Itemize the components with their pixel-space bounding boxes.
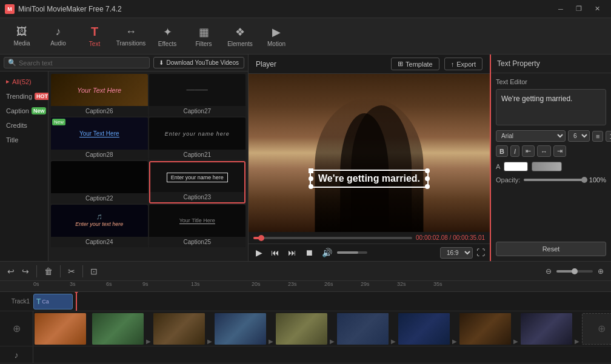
caption22-thumb[interactable]: Caption22 <box>51 161 148 204</box>
window-controls: ─ ❐ ✕ <box>552 0 606 18</box>
volume-area: 🔊 <box>319 247 367 259</box>
italic-button[interactable]: I <box>510 145 519 157</box>
category-caption[interactable]: Caption New <box>0 104 48 118</box>
zoom-thumb[interactable] <box>572 268 578 274</box>
stop-button[interactable]: ⏹ <box>302 247 316 259</box>
color-label-icon: A <box>496 163 500 170</box>
close-button[interactable]: ✕ <box>588 0 606 18</box>
video-placeholder: We're getting married. <box>249 74 490 232</box>
video-segment-1[interactable] <box>35 313 86 345</box>
export-button[interactable]: ↑ Export <box>444 58 482 70</box>
video-segment-7[interactable] <box>398 313 450 345</box>
list-style-button[interactable]: ≡ <box>592 131 603 142</box>
category-credits[interactable]: Credits <box>0 118 48 133</box>
time-current: 00:00:02.08 <box>416 234 448 241</box>
align-right-button[interactable]: ⇥ <box>553 145 566 157</box>
text-tool[interactable]: T Text <box>78 21 112 51</box>
caption23-thumb[interactable]: Enter your name here Caption23 <box>149 161 246 204</box>
handle-tl[interactable] <box>309 168 313 173</box>
align-left-button[interactable]: ⇤ <box>522 145 535 157</box>
aspect-ratio-select[interactable]: 16:9 9:16 1:1 4:3 <box>440 247 473 259</box>
media-tool[interactable]: 🖼 Media <box>5 21 39 51</box>
format-controls: B I ⇤ ↔ ⇥ <box>496 145 606 157</box>
progress-track[interactable] <box>253 237 412 239</box>
zoom-in-button[interactable]: ⊕ <box>595 266 606 277</box>
text-color-swatch[interactable] <box>504 162 528 171</box>
caption27-thumb[interactable]: ───── Caption27 <box>149 74 246 116</box>
text-clip[interactable]: T Ca <box>33 294 73 309</box>
effects-tool[interactable]: ✦ Effects <box>150 21 184 51</box>
next-frame-button[interactable]: ⏭ <box>285 247 299 259</box>
opacity-track[interactable] <box>524 179 584 181</box>
opacity-thumb[interactable] <box>581 177 587 183</box>
align-center-button[interactable]: ↔ <box>537 145 551 157</box>
crop-button[interactable]: ⊡ <box>88 265 100 277</box>
line-num-button[interactable]: 1 <box>606 131 611 142</box>
caption27-label: Caption27 <box>149 106 246 116</box>
filters-tool[interactable]: ▦ Filters <box>187 21 221 51</box>
color-controls: A <box>496 162 606 171</box>
volume-button[interactable]: 🔊 <box>319 247 335 259</box>
delete-button[interactable]: 🗑 <box>42 265 55 277</box>
category-all[interactable]: ▸ All(52) <box>0 74 48 89</box>
volume-track[interactable] <box>337 251 367 254</box>
handle-br[interactable] <box>425 184 430 189</box>
caption28-thumb[interactable]: New Your Text Here Caption28 <box>51 117 148 160</box>
fullscreen-button[interactable]: ⛶ <box>476 248 485 257</box>
handle-tr[interactable] <box>425 168 430 173</box>
prev-frame-button[interactable]: ⏮ <box>269 247 282 259</box>
video-segment-5[interactable] <box>276 313 327 345</box>
text-overlay[interactable]: We're getting married. <box>310 170 429 188</box>
effects-label: Effects <box>158 41 176 47</box>
caption25-thumb[interactable]: Your Title Here Caption25 <box>149 205 246 247</box>
video-segment-2[interactable] <box>92 313 144 345</box>
cut-button[interactable]: ✂ <box>65 265 78 277</box>
category-trending[interactable]: Trending HOT <box>0 89 48 104</box>
toolbar: 🖼 Media ♪ Audio T Text ↔ Transitions ✦ E… <box>0 18 611 55</box>
font-size-select[interactable]: 64 48 36 72 <box>568 130 590 142</box>
undo-button[interactable]: ↩ <box>5 265 17 277</box>
bg-color-swatch[interactable] <box>532 162 562 171</box>
caption21-label: Caption21 <box>149 150 246 160</box>
audio-label: Audio <box>50 40 66 47</box>
caption21-thumb[interactable]: Enter your name here Caption21 <box>149 117 246 160</box>
audio-tool[interactable]: ♪ Audio <box>41 21 75 51</box>
restore-button[interactable]: ❐ <box>570 0 588 18</box>
transitions-tool[interactable]: ↔ Transitions <box>114 21 148 51</box>
progress-thumb[interactable] <box>258 235 264 241</box>
video-segment-4[interactable] <box>215 313 266 345</box>
elements-icon: ❖ <box>235 25 245 39</box>
minimize-button[interactable]: ─ <box>552 0 570 18</box>
text-editor-area[interactable]: We're getting married. <box>496 89 606 125</box>
template-button[interactable]: ⊞ Template <box>391 58 439 70</box>
video-segment-3[interactable] <box>153 313 205 345</box>
video-area: We're getting married. <box>249 74 490 232</box>
text-editor-section: Text Editor We're getting married. Arial… <box>491 73 611 193</box>
caption24-thumb[interactable]: 🎵 Enter your text here Caption24 <box>51 205 148 247</box>
bold-button[interactable]: B <box>496 145 508 157</box>
handle-mr[interactable] <box>425 176 430 181</box>
play-button[interactable]: ▶ <box>253 247 265 259</box>
track1-content: T Ca <box>33 292 611 311</box>
font-family-select[interactable]: Arial Times New Roman Verdana <box>496 130 566 142</box>
playhead[interactable] <box>76 292 77 311</box>
segment-arrow-3: ▶ <box>207 337 212 344</box>
add-track-icon[interactable]: ⊕ <box>13 323 21 334</box>
handle-ml[interactable] <box>309 176 313 181</box>
download-youtube-button[interactable]: ⬇ Download YouTube Videos <box>153 57 244 68</box>
video-segment-10[interactable]: ⊕ <box>582 313 611 345</box>
motion-tool[interactable]: ▶ Motion <box>259 21 293 51</box>
caption26-thumb[interactable]: Your Text Here Caption26 <box>51 74 148 116</box>
video-segment-6[interactable] <box>337 313 389 345</box>
handle-bl[interactable] <box>309 184 313 189</box>
video-segment-9[interactable] <box>521 313 572 345</box>
search-input[interactable] <box>19 59 145 67</box>
zoom-track[interactable] <box>556 270 593 273</box>
video-segment-8[interactable] <box>459 313 511 345</box>
category-title[interactable]: Title <box>0 133 48 147</box>
zoom-out-button[interactable]: ⊖ <box>543 266 554 277</box>
elements-tool[interactable]: ❖ Elements <box>223 21 257 51</box>
motion-label: Motion <box>267 41 285 47</box>
redo-button[interactable]: ↪ <box>19 265 32 277</box>
reset-button[interactable]: Reset <box>496 242 606 256</box>
